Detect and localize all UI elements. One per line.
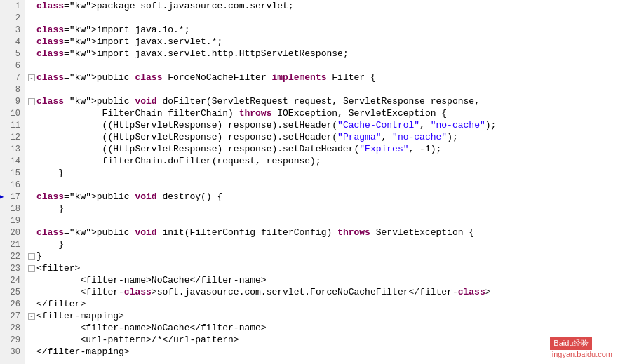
line-number: 29 xyxy=(0,334,25,346)
line-number: 6 xyxy=(0,60,25,72)
code-line: -class="kw">public void doFilter(Servlet… xyxy=(25,95,618,107)
code-line: ((HttpServletResponse) response).setHead… xyxy=(25,119,618,131)
code-line: <filter-name>NoCache</filter-name> xyxy=(25,322,618,334)
code-text: </filter-mapping> xyxy=(36,346,130,357)
line-number: 19 xyxy=(0,215,25,227)
line-number: 7 xyxy=(0,72,25,83)
line-number: 26 xyxy=(0,298,25,310)
code-text: filterChain.doFilter(request, response); xyxy=(36,156,321,166)
code-line: class="kw">import java.io.*; xyxy=(25,24,618,36)
code-line: <filter-class>soft.javasource.com.servle… xyxy=(25,286,618,298)
code-line: <filter-name>NoCache</filter-name> xyxy=(25,274,618,286)
line-number: 8 xyxy=(0,83,25,95)
code-line: <url-pattern>/*</url-pattern> xyxy=(25,334,618,346)
code-text: ((HttpServletResponse) response).setHead… xyxy=(36,132,458,142)
code-line xyxy=(25,215,618,227)
code-area: class="kw">package soft.javasource.com.s… xyxy=(25,0,618,364)
line-number: 2 xyxy=(0,12,25,24)
code-text: ((HttpServletResponse) response).setHead… xyxy=(36,120,496,130)
code-line xyxy=(25,60,618,72)
code-text: FilterChain filterChain) throws IOExcept… xyxy=(36,108,447,119)
fold-icon[interactable]: - xyxy=(28,253,35,260)
code-line xyxy=(25,83,618,95)
line-number: 28 xyxy=(0,322,25,334)
code-line: class="kw">import javax.servlet.*; xyxy=(25,36,618,48)
debug-arrow-icon: ▶ xyxy=(0,191,4,202)
code-text: class="kw">public void destroy() { xyxy=(36,191,222,202)
line-number: 25 xyxy=(0,286,25,298)
line-number: 18 xyxy=(0,203,25,215)
code-text: </filter> xyxy=(36,299,86,309)
code-line: class="kw">package soft.javasource.com.s… xyxy=(25,0,618,12)
line-number: 16 xyxy=(0,179,25,191)
code-line: class="kw">public void init(FilterConfig… xyxy=(25,227,618,238)
line-number: 20 xyxy=(0,227,25,238)
line-number: 10 xyxy=(0,107,25,119)
code-line: ((HttpServletResponse) response).setDate… xyxy=(25,143,618,155)
code-text: class="kw">import javax.servlet.http.Htt… xyxy=(36,48,349,59)
line-number: 14 xyxy=(0,155,25,167)
code-text: class="kw">import java.io.*; xyxy=(36,25,189,35)
code-text: <filter-name>NoCache</filter-name> xyxy=(36,323,267,333)
code-line xyxy=(25,179,618,191)
watermark: Baidu经验 jingyan.baidu.com xyxy=(550,337,612,358)
fold-icon[interactable]: - xyxy=(28,74,35,81)
code-text: } xyxy=(36,203,64,214)
code-line xyxy=(25,12,618,24)
line-number: 23 xyxy=(0,262,25,274)
code-text: <filter-name>NoCache</filter-name> xyxy=(36,275,267,285)
line-number: 5 xyxy=(0,48,25,60)
code-text: <filter-class>soft.javasource.com.servle… xyxy=(36,287,491,297)
code-text: class="kw">public void doFilter(ServletR… xyxy=(36,96,480,107)
line-number: 30 xyxy=(0,346,25,358)
fold-icon[interactable]: - xyxy=(28,313,35,320)
code-text: } xyxy=(36,168,64,178)
code-line: class="kw">import javax.servlet.http.Htt… xyxy=(25,48,618,60)
code-line: FilterChain filterChain) throws IOExcept… xyxy=(25,107,618,119)
jingyan-watermark: jingyan.baidu.com xyxy=(550,350,612,358)
code-line: ((HttpServletResponse) response).setHead… xyxy=(25,131,618,143)
code-text: ((HttpServletResponse) response).setDate… xyxy=(36,144,441,154)
code-text: } xyxy=(36,239,64,250)
line-number: 24 xyxy=(0,274,25,286)
fold-icon[interactable]: - xyxy=(28,98,35,105)
code-text: class="kw">public void init(FilterConfig… xyxy=(36,227,474,238)
code-line: -class="kw">public class ForceNoCacheFil… xyxy=(25,72,618,83)
line-number: 13 xyxy=(0,143,25,155)
line-number: 27 xyxy=(0,310,25,322)
code-line: </filter> xyxy=(25,298,618,310)
line-number: 12 xyxy=(0,131,25,143)
line-numbers: 12345678910111213141516▶1718192021222324… xyxy=(0,0,25,364)
code-line: class="kw">public void destroy() { xyxy=(25,191,618,203)
line-number: 15 xyxy=(0,167,25,179)
code-text: class="kw">public class ForceNoCacheFilt… xyxy=(36,72,376,83)
code-text: } xyxy=(36,251,42,262)
code-text: class="kw">import javax.servlet.*; xyxy=(36,36,222,47)
fold-icon[interactable]: - xyxy=(28,265,35,272)
code-text: <filter-mapping> xyxy=(36,311,124,321)
code-text: <filter> xyxy=(36,263,80,274)
code-line: -<filter-mapping> xyxy=(25,310,618,322)
baidu-watermark: Baidu经验 xyxy=(550,337,592,350)
code-line: } xyxy=(25,203,618,215)
code-line: -<filter> xyxy=(25,262,618,274)
line-number: 4 xyxy=(0,36,25,48)
line-number: 1 xyxy=(0,0,25,12)
line-number: 3 xyxy=(0,24,25,36)
code-text: <url-pattern>/*</url-pattern> xyxy=(36,335,239,345)
code-container: 12345678910111213141516▶1718192021222324… xyxy=(0,0,618,364)
line-number: 11 xyxy=(0,119,25,131)
code-line: } xyxy=(25,238,618,250)
code-line: filterChain.doFilter(request, response); xyxy=(25,155,618,167)
code-line: } xyxy=(25,167,618,179)
code-line: </filter-mapping> xyxy=(25,346,618,358)
code-text: class="kw">package soft.javasource.com.s… xyxy=(36,1,294,11)
code-line: -} xyxy=(25,250,618,262)
line-number: ▶17 xyxy=(0,191,25,203)
line-number: 9 xyxy=(0,95,25,107)
line-number: 22 xyxy=(0,250,25,262)
line-number: 21 xyxy=(0,238,25,250)
